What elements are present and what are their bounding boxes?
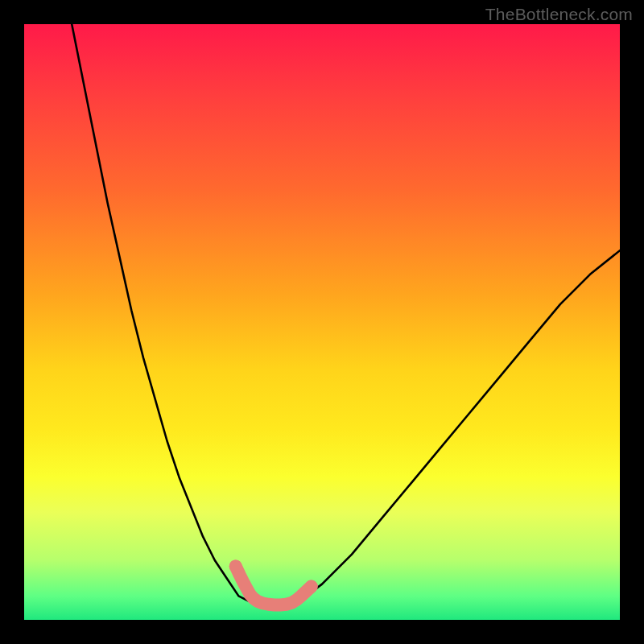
- chart-frame: TheBottleneck.com: [0, 0, 644, 644]
- trough-marker-band: [236, 566, 312, 605]
- plot-area: [24, 24, 620, 620]
- bottleneck-curve: [24, 24, 620, 620]
- trough-marker-dot-1: [305, 580, 318, 593]
- watermark-text: TheBottleneck.com: [485, 5, 633, 24]
- v-curve-path: [72, 24, 620, 605]
- trough-marker-dot-0: [229, 559, 242, 572]
